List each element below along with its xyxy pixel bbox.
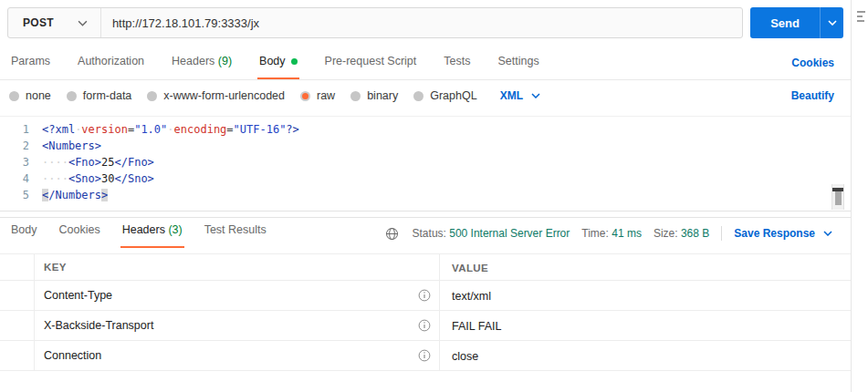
request-tabs: Params Authorization Headers (9) Body Pr… xyxy=(0,50,851,80)
mode-none[interactable]: none xyxy=(9,89,51,102)
right-edge-strip xyxy=(852,0,868,392)
table-row[interactable]: X-Backside-Transport FAIL FAIL xyxy=(0,311,851,341)
method-url-control: POST http://172.18.101.79:3333/jx xyxy=(7,7,743,38)
time-value: 41 ms xyxy=(612,227,642,240)
tab-authorization[interactable]: Authorization xyxy=(76,55,146,79)
size-badge: Size: 368 B xyxy=(654,227,709,240)
response-header: Body Cookies Headers (3) Test Results St… xyxy=(0,217,851,248)
body-code-editor[interactable]: 1<?xml·version="1.0"·encoding="UTF-16"?>… xyxy=(0,116,851,211)
resp-tab-cookies[interactable]: Cookies xyxy=(58,223,102,248)
method-select[interactable]: POST xyxy=(8,8,101,37)
code-line: 4····<Sno>30</Sno> xyxy=(0,170,851,187)
line-number: 1 xyxy=(0,121,42,138)
clipped-sidebar-icon xyxy=(857,11,865,25)
headers-count: (9) xyxy=(214,55,232,67)
line-number: 4 xyxy=(0,170,42,187)
send-options-button[interactable] xyxy=(820,7,843,38)
postman-app: POST http://172.18.101.79:3333/jx Send xyxy=(0,0,868,392)
header-value: text/xml xyxy=(452,290,491,303)
header-key: X-Backside-Transport xyxy=(44,319,153,332)
time-badge: Time: 41 ms xyxy=(581,227,642,240)
mode-form-data[interactable]: form-data xyxy=(67,89,132,102)
line-number: 2 xyxy=(0,138,42,154)
body-modified-dot xyxy=(291,58,298,65)
divider xyxy=(721,226,722,241)
code-line: 5</Numbers> xyxy=(0,187,851,203)
radio-icon xyxy=(350,91,361,101)
beautify-link[interactable]: Beautify xyxy=(791,89,834,102)
value-column-header: VALUE xyxy=(452,263,488,273)
url-text: http://172.18.101.79:3333/jx xyxy=(112,16,259,30)
code-line: 1<?xml·version="1.0"·encoding="UTF-16"?> xyxy=(0,121,851,138)
size-value: 368 B xyxy=(681,227,709,240)
tab-headers[interactable]: Headers (9) xyxy=(170,55,234,79)
response-meta: Status: 500 Internal Server Error Time: … xyxy=(385,226,832,248)
status-badge: Status: 500 Internal Server Error xyxy=(413,227,570,240)
status-value: 500 Internal Server Error xyxy=(449,227,570,240)
send-split-button: Send xyxy=(750,7,843,38)
gutter-cell xyxy=(0,254,35,280)
code-lines: 1<?xml·version="1.0"·encoding="UTF-16"?>… xyxy=(0,121,851,203)
tab-params[interactable]: Params xyxy=(9,55,52,79)
scrollbar-thumb[interactable] xyxy=(835,191,842,205)
language-select[interactable]: XML xyxy=(500,89,540,102)
code-line: 2<Numbers> xyxy=(0,138,851,154)
code-line: 3····<Fno>25</Fno> xyxy=(0,154,851,170)
request-response-panel: POST http://172.18.101.79:3333/jx Send xyxy=(0,0,852,392)
radio-icon xyxy=(67,91,77,101)
gutter-cell xyxy=(0,341,35,370)
request-bar: POST http://172.18.101.79:3333/jx Send xyxy=(0,0,851,38)
url-input[interactable]: http://172.18.101.79:3333/jx xyxy=(101,8,742,37)
line-number: 5 xyxy=(0,187,42,203)
save-response-button[interactable]: Save Response xyxy=(734,227,832,240)
network-globe-icon[interactable] xyxy=(385,227,399,241)
gutter-cell xyxy=(0,281,35,310)
body-mode-row: none form-data x-www-form-urlencoded raw… xyxy=(0,80,851,111)
cookies-link[interactable]: Cookies xyxy=(791,57,834,79)
radio-icon xyxy=(147,91,157,101)
table-header-row: KEY VALUE xyxy=(0,253,851,281)
table-row[interactable]: Connection close xyxy=(0,341,851,371)
chevron-down-icon xyxy=(823,231,832,236)
mode-graphql[interactable]: GraphQL xyxy=(413,89,476,102)
gutter-cell xyxy=(0,311,35,340)
resp-tab-body[interactable]: Body xyxy=(9,223,39,248)
chevron-down-icon xyxy=(828,20,837,26)
editor-scrollbar[interactable] xyxy=(831,184,844,210)
chevron-down-icon xyxy=(531,93,540,98)
info-icon[interactable] xyxy=(418,289,431,302)
mode-x-www-form-urlencoded[interactable]: x-www-form-urlencoded xyxy=(147,89,285,102)
tab-settings[interactable]: Settings xyxy=(496,55,540,79)
mode-binary[interactable]: binary xyxy=(350,89,398,102)
info-icon[interactable] xyxy=(418,349,431,362)
radio-icon xyxy=(9,91,19,101)
header-value: FAIL FAIL xyxy=(452,320,501,333)
chevron-down-icon xyxy=(78,20,88,26)
header-key: Connection xyxy=(44,349,101,362)
radio-icon xyxy=(413,91,424,101)
tab-pre-request-script[interactable]: Pre-request Script xyxy=(323,55,419,79)
method-label: POST xyxy=(23,16,54,29)
table-row[interactable]: Content-Type text/xml xyxy=(0,281,851,311)
resp-headers-count: (3) xyxy=(165,223,183,236)
header-key: Content-Type xyxy=(44,289,112,302)
resp-tab-test-results[interactable]: Test Results xyxy=(203,223,268,248)
mode-raw[interactable]: raw xyxy=(300,89,335,102)
info-icon[interactable] xyxy=(418,319,431,332)
resp-tab-headers[interactable]: Headers (3) xyxy=(120,223,184,248)
key-column-header: KEY xyxy=(44,262,67,273)
response-headers-table: KEY VALUE Content-Type text/xml X-Backsi… xyxy=(0,253,851,371)
language-label: XML xyxy=(500,89,523,102)
line-number: 3 xyxy=(0,154,42,170)
tab-tests[interactable]: Tests xyxy=(442,55,472,79)
header-value: close xyxy=(452,350,478,363)
send-button[interactable]: Send xyxy=(750,7,820,38)
radio-selected-icon xyxy=(300,91,310,101)
tab-body[interactable]: Body xyxy=(257,55,299,79)
